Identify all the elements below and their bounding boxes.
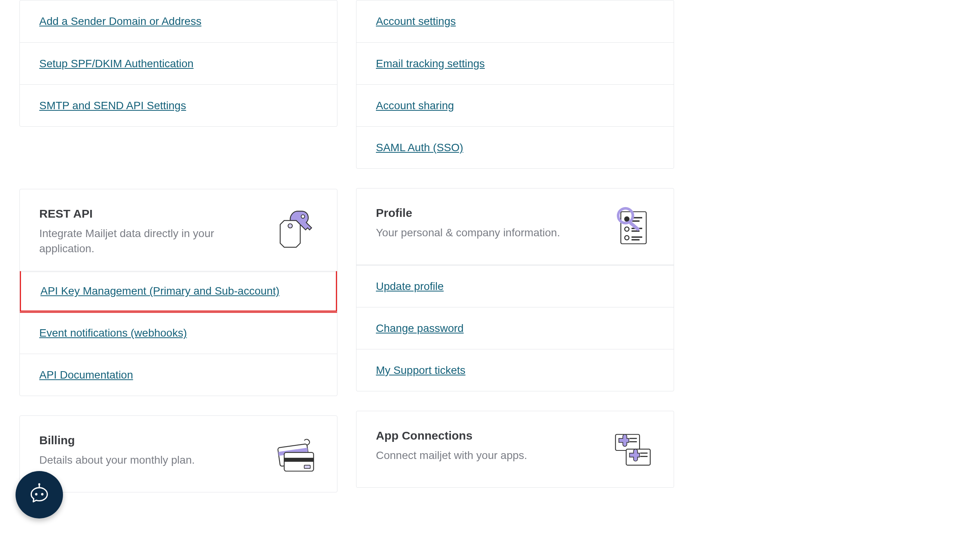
chat-bot-icon bbox=[27, 483, 51, 507]
link-text[interactable]: Email tracking settings bbox=[376, 58, 485, 70]
link-email-tracking-settings[interactable]: Email tracking settings bbox=[356, 42, 674, 84]
link-text[interactable]: Add a Sender Domain or Address bbox=[39, 15, 201, 28]
link-text[interactable]: Account sharing bbox=[376, 99, 454, 112]
link-text[interactable]: API Documentation bbox=[39, 369, 133, 381]
profile-doc-icon bbox=[611, 206, 654, 249]
link-account-sharing[interactable]: Account sharing bbox=[356, 84, 674, 126]
rest-api-desc: Integrate Mailjet data directly in your … bbox=[39, 226, 257, 256]
link-add-sender-domain[interactable]: Add a Sender Domain or Address bbox=[20, 0, 337, 42]
link-account-settings[interactable]: Account settings bbox=[356, 0, 674, 42]
profile-header: Profile Your personal & company informat… bbox=[356, 188, 674, 265]
svg-rect-5 bbox=[284, 458, 314, 462]
rest-api-header: REST API Integrate Mailjet data directly… bbox=[20, 189, 337, 272]
link-change-password[interactable]: Change password bbox=[356, 307, 674, 349]
puzzle-cards-icon bbox=[611, 429, 654, 472]
link-text[interactable]: SAML Auth (SSO) bbox=[376, 141, 463, 154]
billing-desc: Details about your monthly plan. bbox=[39, 452, 195, 468]
link-text[interactable]: Change password bbox=[376, 322, 464, 335]
svg-point-28 bbox=[38, 483, 40, 485]
link-event-notifications[interactable]: Event notifications (webhooks) bbox=[20, 312, 337, 354]
link-text[interactable]: Update profile bbox=[376, 280, 444, 293]
svg-rect-6 bbox=[304, 465, 310, 469]
svg-point-0 bbox=[301, 215, 305, 218]
link-my-support-tickets[interactable]: My Support tickets bbox=[356, 349, 674, 391]
account-card-links: Account settings Email tracking settings… bbox=[356, 0, 674, 169]
link-api-documentation[interactable]: API Documentation bbox=[20, 354, 337, 396]
link-smtp-send-api[interactable]: SMTP and SEND API Settings bbox=[20, 84, 337, 126]
link-text[interactable]: My Support tickets bbox=[376, 364, 465, 377]
senders-card-links: Add a Sender Domain or Address Setup SPF… bbox=[19, 0, 337, 127]
rest-api-title: REST API bbox=[39, 207, 257, 220]
svg-point-26 bbox=[41, 493, 44, 496]
svg-point-1 bbox=[288, 224, 292, 228]
chat-widget-button[interactable] bbox=[16, 471, 63, 518]
link-text[interactable]: Setup SPF/DKIM Authentication bbox=[39, 58, 194, 70]
billing-title: Billing bbox=[39, 434, 195, 447]
rest-api-card: REST API Integrate Mailjet data directly… bbox=[19, 189, 337, 396]
link-text[interactable]: SMTP and SEND API Settings bbox=[39, 99, 186, 112]
app-connections-card: App Connections Connect mailjet with you… bbox=[356, 411, 674, 488]
svg-point-25 bbox=[35, 493, 37, 496]
app-connections-header: App Connections Connect mailjet with you… bbox=[356, 411, 674, 487]
keys-icon bbox=[275, 207, 318, 250]
profile-card: Profile Your personal & company informat… bbox=[356, 188, 674, 391]
billing-header: Billing Details about your monthly plan. bbox=[20, 416, 337, 492]
profile-desc: Your personal & company information. bbox=[376, 225, 560, 240]
link-api-key-management[interactable]: API Key Management (Primary and Sub-acco… bbox=[19, 271, 337, 313]
link-text[interactable]: Account settings bbox=[376, 15, 456, 28]
link-text[interactable]: Event notifications (webhooks) bbox=[39, 327, 187, 339]
app-connections-desc: Connect mailjet with your apps. bbox=[376, 448, 527, 463]
billing-card: Billing Details about your monthly plan. bbox=[19, 415, 337, 492]
link-text[interactable]: API Key Management (Primary and Sub-acco… bbox=[40, 285, 280, 297]
link-update-profile[interactable]: Update profile bbox=[356, 265, 674, 307]
link-saml-auth-sso[interactable]: SAML Auth (SSO) bbox=[356, 126, 674, 168]
link-setup-spf-dkim[interactable]: Setup SPF/DKIM Authentication bbox=[20, 42, 337, 84]
profile-title: Profile bbox=[376, 206, 560, 220]
credit-cards-icon bbox=[275, 434, 318, 476]
app-connections-title: App Connections bbox=[376, 429, 527, 442]
